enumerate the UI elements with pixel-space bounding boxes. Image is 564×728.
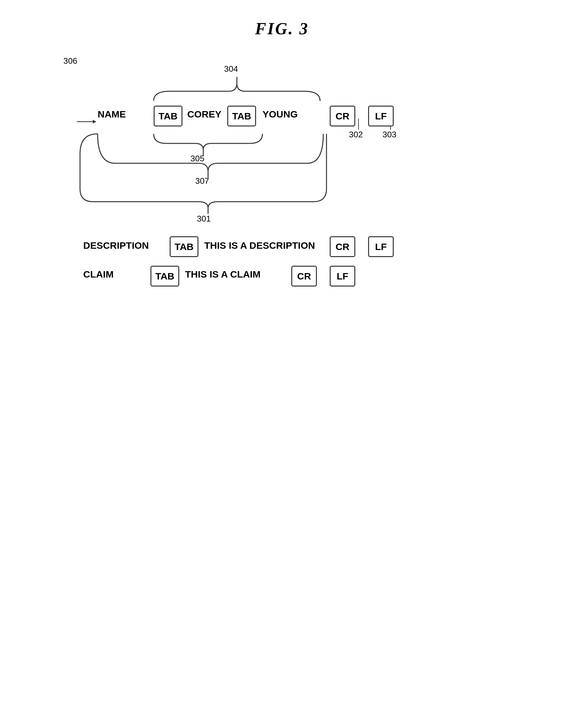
diagram: 304 305 306 307 301 302 303 NAME TAB COR… <box>51 45 512 333</box>
ref-303: 303 <box>383 130 396 140</box>
ref-304: 304 <box>224 64 238 74</box>
claim-cr-box: CR <box>291 266 317 287</box>
desc-lf-box: LF <box>368 236 394 257</box>
ref-307: 307 <box>195 176 209 186</box>
name-label: NAME <box>98 109 126 120</box>
ref-306: 306 <box>63 56 77 66</box>
young-label: YOUNG <box>262 109 298 120</box>
svg-marker-5 <box>93 120 96 124</box>
desc-tab-box: TAB <box>170 236 198 257</box>
claim-text-label: THIS IS A CLAIM <box>185 269 261 280</box>
tab2-box: TAB <box>227 106 256 126</box>
diagram-svg <box>51 45 512 333</box>
cr1-box: CR <box>330 106 355 126</box>
claim-tab-box: TAB <box>150 266 179 287</box>
ref-301: 301 <box>197 214 211 224</box>
desc-text-label: THIS IS A DESCRIPTION <box>204 240 315 251</box>
description-label: DESCRIPTION <box>83 240 149 251</box>
ref-302: 302 <box>349 130 363 140</box>
corey-label: COREY <box>187 109 222 120</box>
tab1-box: TAB <box>154 106 182 126</box>
claim-label: CLAIM <box>83 269 114 280</box>
lf1-box: LF <box>368 106 394 126</box>
figure-title: FIG. 3 <box>255 19 309 38</box>
ref-305: 305 <box>190 154 204 164</box>
claim-lf-box: LF <box>330 266 355 287</box>
desc-cr-box: CR <box>330 236 355 257</box>
